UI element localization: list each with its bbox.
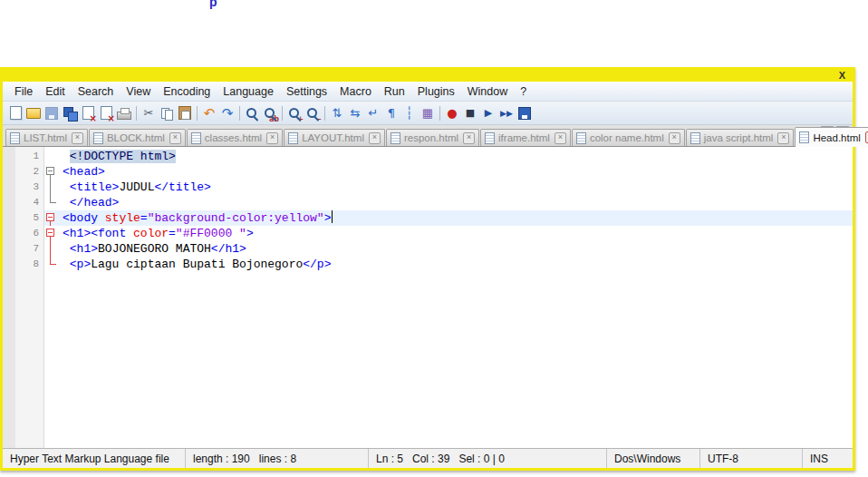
- code-token: <title>: [70, 180, 120, 194]
- document-icon: [93, 132, 103, 144]
- save-all-icon[interactable]: [62, 105, 78, 122]
- tab-close-icon[interactable]: ×: [169, 132, 181, 144]
- menu-encoding[interactable]: Encoding: [157, 83, 217, 100]
- status-bar: Hyper Text Markup Language file length :…: [3, 448, 853, 468]
- tab-close-icon[interactable]: ×: [463, 132, 475, 144]
- line-number: 6: [15, 226, 43, 241]
- code-token: </h1>: [211, 242, 246, 256]
- tab-label: BLOCK.html: [106, 132, 166, 143]
- fold-collapse-icon[interactable]: [44, 164, 59, 180]
- code-token: =: [140, 211, 148, 225]
- status-doctype: Hyper Text Markup Language file: [3, 449, 186, 468]
- save-icon[interactable]: [43, 105, 60, 122]
- code-line[interactable]: <!DOCTYPE html>: [59, 149, 853, 164]
- code-line[interactable]: <title>JUDUL</title>: [59, 180, 853, 195]
- menu-help[interactable]: ?: [514, 83, 533, 100]
- tab-head-html[interactable]: Head.html×: [795, 127, 868, 147]
- menu-language[interactable]: Language: [217, 83, 280, 100]
- window-close-button[interactable]: X: [839, 71, 845, 81]
- tab-label: java script.html: [703, 132, 775, 143]
- cut-icon[interactable]: ✂: [140, 105, 157, 122]
- stop-record-icon[interactable]: ■: [462, 105, 478, 122]
- stray-mark: p: [209, 0, 217, 9]
- sync-horizontal-icon[interactable]: ⇆: [347, 105, 363, 122]
- editor[interactable]: 12345678 <!DOCTYPE html><head> <title>JU…: [3, 147, 853, 448]
- record-macro-icon[interactable]: ●: [444, 105, 460, 122]
- playback-macro-icon[interactable]: ▶: [480, 105, 497, 122]
- code-line[interactable]: <h1>BOJONEGORO MATOH</h1>: [59, 241, 853, 257]
- new-file-icon[interactable]: [7, 105, 24, 122]
- tab-close-icon[interactable]: ×: [555, 132, 566, 144]
- menu-file[interactable]: File: [8, 83, 39, 100]
- fold-margin[interactable]: [44, 147, 59, 448]
- code-line[interactable]: <p>Lagu ciptaan Bupati Bojonegoro</p>: [59, 257, 853, 272]
- zoom-out-icon[interactable]: −: [304, 105, 321, 122]
- tab-close-icon[interactable]: ×: [72, 132, 83, 144]
- open-folder-icon[interactable]: [25, 105, 42, 122]
- sync-vertical-icon[interactable]: ⇅: [329, 105, 345, 122]
- line-number: 5: [15, 210, 43, 226]
- indent-guide-icon[interactable]: ┆: [401, 105, 418, 122]
- tab-block-html[interactable]: BLOCK.html×: [89, 129, 186, 146]
- fold-collapse-icon[interactable]: [44, 210, 59, 226]
- code-token: =: [169, 227, 176, 240]
- paste-icon[interactable]: [177, 105, 193, 122]
- tab-close-icon[interactable]: ×: [669, 132, 680, 144]
- code-line[interactable]: <h1><font color="#FF0000 ">: [59, 226, 853, 241]
- code-line[interactable]: </head>: [59, 195, 853, 210]
- document-icon: [576, 132, 586, 144]
- code-token: JUDUL: [119, 180, 154, 194]
- tab-close-icon[interactable]: ×: [266, 132, 278, 144]
- redo-icon[interactable]: ↷: [219, 105, 236, 122]
- tab-label: respon.html: [403, 132, 459, 143]
- tab-close-icon[interactable]: ×: [369, 132, 381, 144]
- menu-search[interactable]: Search: [72, 83, 121, 100]
- word-wrap-icon[interactable]: ↵: [365, 105, 381, 122]
- tab-iframe-html[interactable]: iframe.html×: [480, 129, 571, 146]
- menu-plugins[interactable]: Plugins: [411, 83, 461, 100]
- code-line[interactable]: <head>: [59, 164, 853, 180]
- tab-respon-html[interactable]: respon.html×: [386, 129, 479, 146]
- menu-edit[interactable]: Edit: [39, 83, 72, 100]
- document-icon: [485, 132, 495, 144]
- run-macro-multiple-icon[interactable]: ▶▶: [498, 105, 515, 122]
- toolbar: ✂↶↷ab+−⇅⇆↵¶┆▦●■▶▶▶: [3, 102, 853, 125]
- find-icon[interactable]: [244, 105, 260, 122]
- tab-color-name-html[interactable]: color name.html×: [572, 129, 685, 146]
- icon-sub-glyph: −: [315, 116, 322, 123]
- menu-window[interactable]: Window: [461, 83, 514, 100]
- user-defined-dialog-icon[interactable]: ▦: [420, 105, 436, 122]
- zoom-in-icon[interactable]: +: [286, 105, 303, 122]
- menu-macro[interactable]: Macro: [333, 83, 378, 100]
- menu-settings[interactable]: Settings: [280, 83, 333, 100]
- undo-icon[interactable]: ↶: [201, 105, 217, 122]
- bookmark-margin[interactable]: [3, 147, 15, 448]
- code-token: [63, 242, 70, 256]
- replace-icon[interactable]: ab: [262, 105, 278, 122]
- document-icon: [690, 132, 700, 144]
- tab-list-html[interactable]: LIST.html×: [5, 129, 88, 146]
- copy-icon[interactable]: [159, 105, 175, 122]
- fold-collapse-icon[interactable]: [44, 226, 59, 241]
- code-area[interactable]: <!DOCTYPE html><head> <title>JUDUL</titl…: [59, 147, 853, 448]
- tab-java-script-html[interactable]: java script.html×: [686, 129, 795, 146]
- menu-bar: FileEditSearchViewEncodingLanguageSettin…: [3, 82, 853, 102]
- tab-classes-html[interactable]: classes.html×: [187, 129, 283, 146]
- status-encoding: UTF-8: [700, 449, 803, 468]
- code-token: [63, 258, 70, 271]
- line-number-margin[interactable]: 12345678: [15, 147, 44, 448]
- tab-layout-html[interactable]: LAYOUT.html×: [284, 129, 385, 146]
- tab-close-icon[interactable]: ×: [777, 132, 789, 144]
- menu-run[interactable]: Run: [378, 83, 411, 100]
- print-icon[interactable]: [116, 105, 132, 122]
- code-token: <h1>: [63, 227, 91, 240]
- menu-view[interactable]: View: [120, 83, 157, 100]
- close-all-icon[interactable]: [98, 105, 114, 122]
- code-line[interactable]: <body style="background-color:yellow">: [59, 210, 853, 226]
- show-all-characters-icon[interactable]: ¶: [383, 105, 400, 122]
- tab-label: color name.html: [589, 132, 665, 143]
- save-macro-icon[interactable]: [516, 105, 533, 122]
- title-bar[interactable]: X: [3, 70, 853, 82]
- close-icon[interactable]: [80, 105, 96, 122]
- text-caret: [332, 210, 333, 223]
